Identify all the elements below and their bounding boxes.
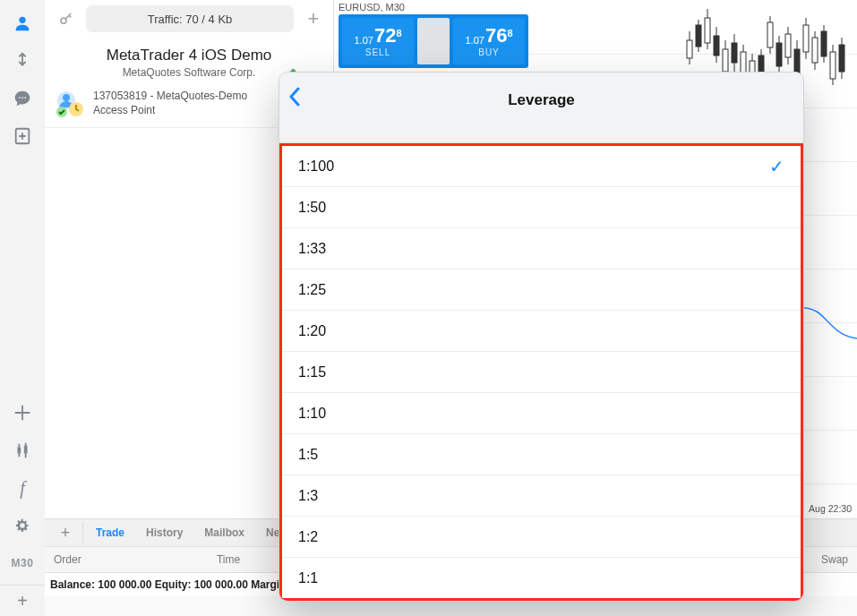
svg-rect-47: [839, 45, 844, 72]
leverage-option-label: 1:100: [298, 158, 334, 175]
leverage-option[interactable]: 1:25: [282, 270, 801, 311]
tab-history[interactable]: History: [137, 522, 192, 543]
modal-header: Leverage: [279, 73, 803, 143]
leverage-option-label: 1:2: [298, 529, 318, 545]
buy-label: BUY: [478, 47, 500, 57]
svg-point-2: [21, 97, 23, 98]
svg-point-7: [61, 18, 66, 23]
sell-label: SELL: [365, 47, 390, 57]
col-swap[interactable]: Swap: [812, 553, 857, 566]
account-title: MetaTrader 4 iOS Demo: [54, 47, 324, 64]
col-order[interactable]: Order: [45, 553, 143, 566]
order-ticket: 1.07 72 8 SELL 1.07 76 8 BUY: [339, 14, 528, 68]
tab-mailbox[interactable]: Mailbox: [195, 522, 253, 543]
svg-rect-43: [821, 31, 827, 56]
svg-rect-13: [687, 40, 692, 58]
svg-rect-21: [723, 49, 728, 72]
svg-rect-15: [696, 25, 701, 47]
account-summary-text: Balance: 100 000.00 Equity: 100 000.00 M…: [50, 578, 307, 591]
leverage-option-label: 1:1: [298, 570, 318, 586]
svg-rect-45: [830, 52, 836, 79]
svg-rect-17: [705, 18, 710, 43]
left-rail: f M30 +: [0, 0, 46, 616]
rail-add-button[interactable]: +: [0, 585, 45, 616]
leverage-option[interactable]: 1:20: [282, 311, 801, 352]
leverage-option-label: 1:50: [298, 200, 326, 216]
svg-rect-41: [812, 38, 818, 63]
leverage-option-label: 1:20: [298, 323, 326, 339]
volume-stepper[interactable]: [417, 18, 450, 64]
leverage-list: 1:100✓1:501:331:251:201:151:101:51:31:21…: [279, 143, 803, 601]
svg-rect-23: [732, 43, 737, 63]
leverage-option-label: 1:10: [298, 406, 326, 422]
sell-price-prefix: 1.07: [354, 36, 373, 46]
bottom-add-tab[interactable]: +: [48, 522, 83, 544]
svg-rect-31: [767, 22, 773, 47]
sell-button[interactable]: 1.07 72 8 SELL: [342, 18, 414, 64]
leverage-option-label: 1:5: [298, 447, 318, 463]
svg-point-3: [24, 97, 26, 98]
leverage-option-label: 1:25: [298, 282, 326, 298]
rail-function-icon[interactable]: f: [4, 470, 40, 506]
svg-rect-37: [794, 49, 800, 74]
leverage-option[interactable]: 1:15: [282, 352, 801, 393]
tab-trade[interactable]: Trade: [87, 522, 133, 543]
buy-price-big: 76: [485, 26, 507, 46]
leverage-option[interactable]: 1:3: [282, 475, 801, 517]
svg-point-0: [19, 17, 25, 23]
leverage-option[interactable]: 1:2: [282, 517, 801, 558]
leverage-option-label: 1:3: [298, 488, 318, 504]
modal-title: Leverage: [508, 91, 575, 109]
leverage-option[interactable]: 1:10: [282, 393, 801, 434]
leverage-modal: Leverage 1:100✓1:501:331:251:201:151:101…: [279, 72, 804, 602]
svg-point-1: [19, 97, 21, 98]
sell-price-big: 72: [374, 26, 396, 46]
rail-candles-icon[interactable]: [4, 432, 40, 468]
svg-rect-5: [18, 447, 21, 453]
leverage-option[interactable]: 1:100✓: [282, 146, 801, 187]
rail-settings-icon[interactable]: [4, 508, 40, 543]
rail-new-order-icon[interactable]: [4, 118, 40, 154]
traffic-indicator[interactable]: Traffic: 70 / 4 Kb: [86, 5, 294, 32]
rail-accounts-icon[interactable]: [4, 5, 40, 41]
buy-price-pip: 8: [507, 29, 512, 38]
account-item-line1: 137053819 - MetaQuotes-Demo: [93, 90, 247, 104]
svg-rect-39: [803, 25, 809, 52]
svg-rect-35: [785, 34, 791, 57]
back-button[interactable]: [288, 87, 301, 107]
buy-button[interactable]: 1.07 76 8 BUY: [453, 18, 525, 64]
leverage-option[interactable]: 1:33: [282, 228, 801, 270]
svg-rect-33: [776, 43, 782, 66]
check-icon: ✓: [769, 156, 784, 177]
rail-quotes-icon[interactable]: [4, 43, 40, 79]
leverage-option-label: 1:33: [298, 241, 326, 257]
svg-rect-6: [24, 446, 28, 454]
leverage-option[interactable]: 1:5: [282, 434, 801, 475]
leverage-option[interactable]: 1:50: [282, 187, 801, 228]
account-avatar-icon: [56, 90, 84, 118]
sell-price-pip: 8: [396, 29, 401, 38]
leverage-option-label: 1:15: [298, 364, 326, 381]
svg-rect-19: [714, 36, 719, 56]
rail-crosshair-icon[interactable]: [4, 395, 40, 431]
chart-xaxis-label: Aug 22:30: [809, 503, 852, 514]
leverage-option[interactable]: 1:1: [282, 558, 801, 598]
rail-chat-icon[interactable]: [4, 81, 40, 116]
svg-point-9: [63, 94, 70, 101]
account-item-line2: Access Point: [93, 104, 247, 118]
add-account-button[interactable]: +: [301, 6, 326, 31]
key-icon[interactable]: [54, 6, 79, 31]
buy-price-prefix: 1.07: [465, 36, 484, 46]
rail-timeframe-label[interactable]: M30: [4, 545, 40, 581]
